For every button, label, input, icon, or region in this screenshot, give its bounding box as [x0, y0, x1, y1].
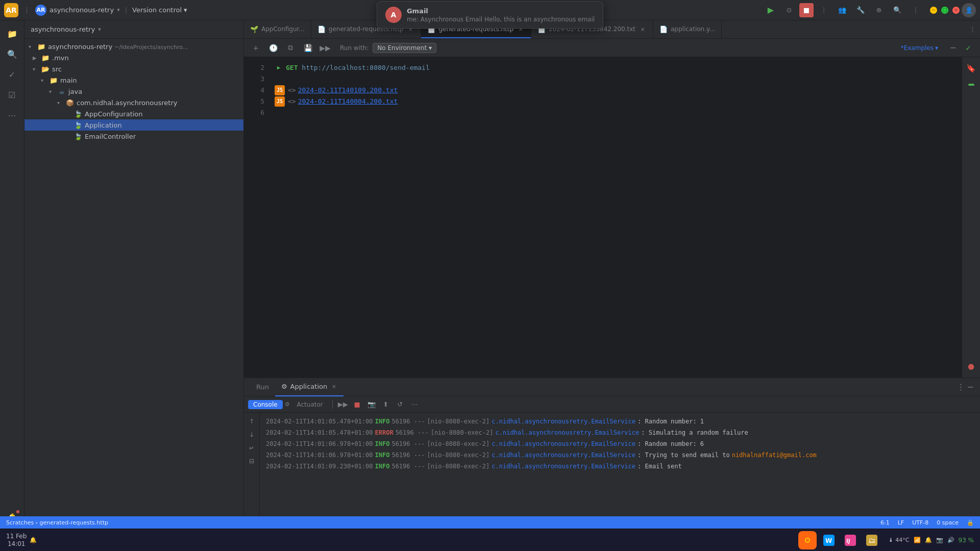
project-name: asynchronous-retry — [50, 6, 114, 14]
profile-btn[interactable]: ⊙ — [781, 3, 797, 17]
screenshot-sys: 📷 — [936, 537, 943, 543]
console-tab[interactable]: Console — [248, 400, 283, 409]
gutter-minus-btn[interactable]: − — [946, 41, 960, 55]
tree-item-application[interactable]: ▶ 🍃 Application — [24, 119, 243, 131]
close-app-tab[interactable]: × — [330, 383, 337, 390]
restart-console-btn[interactable]: ↺ — [394, 398, 406, 411]
right-gutter: 🔖 ● — [962, 57, 980, 378]
webstorm-btn[interactable]: W — [820, 531, 838, 549]
close-btn[interactable]: × — [952, 7, 960, 14]
todo-btn[interactable]: ☑ — [3, 86, 21, 104]
copy-btn[interactable]: ⧉ — [284, 41, 297, 55]
add-request-btn[interactable]: + — [249, 41, 262, 55]
indent-setting[interactable]: 0 space — [937, 519, 959, 526]
settings-more-btn[interactable]: ⋮ — [908, 3, 924, 17]
project-tree-btn[interactable]: 📁 — [3, 24, 21, 43]
tab-more-btn[interactable]: ⋮ — [965, 26, 980, 33]
gutter-check-btn[interactable]: ✓ — [962, 41, 975, 55]
tree-item-mvn[interactable]: ▶ 📁 .mvn — [24, 52, 243, 63]
git-diff-btn[interactable] — [964, 78, 978, 92]
scroll-down-btn[interactable]: ↓ — [246, 429, 257, 440]
project-selector[interactable]: AR asynchronous-retry ▾ — [35, 5, 120, 16]
scroll-up-btn[interactable]: ↑ — [246, 416, 257, 427]
code-area: 2 3 4 5 6 ▶ GET http://localhost:80 — [244, 57, 980, 378]
more-console-btn[interactable]: ⋯ — [408, 398, 421, 411]
tree-item-src[interactable]: ▾ 📂 src — [24, 63, 243, 74]
tree-item-main[interactable]: ▾ 📁 main — [24, 74, 243, 86]
collapse-panel-btn[interactable]: − — [967, 382, 974, 392]
window-controls: − □ × — [930, 7, 960, 14]
vcs-btn[interactable]: ✓ — [3, 65, 21, 84]
tools-btn[interactable]: 🔧 — [852, 3, 869, 17]
version-control-btn[interactable]: Version control ▾ — [132, 6, 187, 14]
tree-root[interactable]: ▾ 📁 asynchronous-retry ~/IdeaProjects/as… — [24, 41, 243, 52]
close-txt-tab[interactable]: × — [639, 25, 647, 33]
network-icon: 📶 — [914, 537, 921, 543]
panel-chevron[interactable]: ▾ — [98, 26, 101, 33]
history-btn[interactable]: 🕐 — [266, 41, 280, 55]
toast-app-name: Gmail — [407, 7, 595, 15]
taskbar-notif[interactable]: 🔔 — [30, 537, 37, 543]
tabs-bar: 🌱 AppConfigur... 📄 generated-requests.ht… — [244, 20, 980, 39]
log-line-1: 2024-02-11T14:01:05.478+01:00 INFO 56196… — [260, 416, 980, 427]
export-console-btn[interactable]: ⬆ — [380, 398, 392, 411]
encoding[interactable]: UTF-8 — [912, 519, 928, 526]
run-with-label: Run with: — [340, 44, 369, 52]
more-run-options[interactable]: ⋮ — [816, 3, 832, 17]
code-editor-area: 2 3 4 5 6 ▶ GET http://localhost:80 — [244, 57, 980, 551]
project-chevron: ▾ — [117, 7, 120, 13]
code-content[interactable]: ▶ GET http://localhost:8080/send-email J… — [270, 57, 962, 378]
toast-avatar: A — [385, 7, 402, 23]
lock-icon[interactable]: 🔒 — [967, 519, 974, 526]
files-btn[interactable]: 🗂 — [863, 531, 881, 549]
stop-console-btn[interactable]: ■ — [351, 398, 363, 411]
cursor-position[interactable]: 6:1 — [880, 519, 890, 526]
code-line-get: ▶ GET http://localhost:8080/send-email — [275, 62, 957, 73]
svg-text:IJ: IJ — [846, 538, 850, 544]
tree-item-appconfig[interactable]: ▶ 🍃 AppConfiguration — [24, 108, 243, 119]
error-indicator[interactable]: ● — [964, 359, 978, 373]
maximize-btn[interactable]: □ — [941, 7, 948, 14]
bottom-tabs-more[interactable]: ⋮ — [957, 382, 965, 392]
skip-to-end-btn[interactable]: ▶▶ — [337, 398, 349, 411]
plugins-btn[interactable]: ⊕ — [871, 3, 887, 17]
user-avatar[interactable]: 👤 — [962, 3, 976, 17]
application-tab[interactable]: ⚙ Application × — [275, 378, 344, 396]
volume-icon: 🔊 — [947, 537, 954, 543]
response-file-2[interactable]: 2024-02-11T140004.200.txt — [298, 96, 398, 107]
code-line-empty — [275, 73, 957, 85]
bookmark-btn[interactable]: 🔖 — [964, 61, 978, 76]
line-ending[interactable]: LF — [898, 519, 904, 526]
minimize-btn[interactable]: − — [930, 7, 937, 14]
team-btn[interactable]: 👥 — [834, 3, 850, 17]
actuator-tab[interactable]: Actuator — [292, 400, 328, 409]
wrap-btn[interactable]: ↵ — [246, 442, 257, 454]
run-line-icon[interactable]: ▶ — [275, 64, 283, 72]
battery: 93 % — [959, 537, 974, 544]
response-file-1[interactable]: 2024-02-11T140109.200.txt — [298, 85, 398, 96]
env-selector[interactable]: No Environment ▾ — [373, 43, 436, 53]
run-btn[interactable]: ▶ — [763, 3, 779, 17]
stop-btn[interactable]: ■ — [799, 3, 814, 17]
screenshot-console-btn[interactable]: 📷 — [365, 398, 378, 411]
svg-text:🗂: 🗂 — [868, 536, 875, 544]
gmail-toast[interactable]: A Gmail me: Asynchronous Email Hello, th… — [377, 1, 603, 29]
filter-btn[interactable]: ⊟ — [246, 456, 257, 467]
tab-appconfig[interactable]: 🌱 AppConfigur... — [244, 20, 311, 38]
tree-item-package[interactable]: ▾ 📦 com.nidhal.asynchronousretry — [24, 97, 243, 108]
intellij-btn[interactable]: IJ — [841, 531, 860, 549]
examples-btn[interactable]: *Examples ▾ — [901, 44, 938, 52]
firefox-btn[interactable] — [798, 531, 817, 549]
app-more-btn[interactable]: ⋮ — [21, 4, 32, 16]
tree-item-java[interactable]: ▾ ☕ java — [24, 86, 243, 97]
tab-yaml[interactable]: 📄 application.y... — [653, 20, 722, 38]
save-file-btn[interactable]: 💾 — [301, 41, 314, 55]
run-tab[interactable]: Run — [250, 378, 275, 396]
search-sidebar-btn[interactable]: 🔍 — [3, 45, 21, 63]
left-toolbar: 📁 🔍 ✓ ☑ ⋯ 🔔 ⑂ — [0, 20, 24, 551]
run-all-btn[interactable]: ▶▶ — [318, 41, 332, 55]
more-tools-btn[interactable]: ⋯ — [3, 106, 21, 124]
tree-item-emailcontroller[interactable]: ▶ 🍃 EmailController — [24, 131, 243, 142]
search-btn[interactable]: 🔍 — [889, 3, 905, 17]
breadcrumb: Scratches › generated-requests.http — [6, 519, 108, 526]
